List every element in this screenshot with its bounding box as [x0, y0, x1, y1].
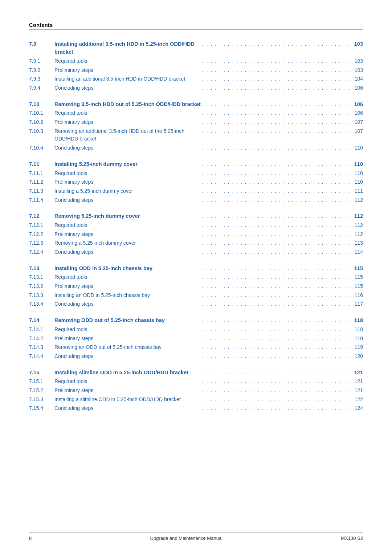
toc-sub-dots: [202, 282, 348, 290]
toc-sub-page: 110: [350, 178, 363, 186]
page: Contents 7.9Installing additional 3.5-in…: [0, 0, 392, 554]
toc-sub-dots: [202, 196, 348, 204]
toc-sub-title: Concluding steps: [54, 404, 201, 412]
toc-sub-dots: [202, 109, 348, 117]
toc-sub-page: 118: [350, 335, 363, 343]
toc-sub-dots: [202, 84, 348, 92]
toc-sub-num: 7.14.4: [29, 353, 54, 360]
toc-section-num: 7.9: [29, 40, 54, 48]
toc-sub-dots: [202, 292, 348, 300]
toc-section-title: Installing additional 3.5-inch HDD in 5.…: [54, 40, 201, 56]
toc-sub-page: 106: [350, 109, 363, 117]
toc-sub-num: 7.9.4: [29, 84, 54, 92]
toc-sub-page: 114: [350, 248, 363, 256]
toc-sub-dots: [202, 300, 348, 308]
toc-section-title: Removing ODD out of 5.25-inch chassis ba…: [54, 316, 201, 324]
toc-sub-row: 7.13.2Preliminary steps115: [29, 282, 363, 290]
toc-sub-page: 111: [350, 187, 363, 195]
toc-sub-num: 7.12.1: [29, 221, 54, 229]
toc-sub-num: 7.11.1: [29, 170, 54, 178]
toc-section: 7.12Removing 5.25-inch dummy cover1127.1…: [29, 212, 363, 256]
toc-sub-page: 112: [350, 231, 363, 239]
toc-sub-num: 7.11.3: [29, 187, 54, 195]
toc-sub-row: 7.10.3Removing an additional 3.5-inch HD…: [29, 127, 363, 143]
toc-sub-title: Preliminary steps: [54, 387, 201, 395]
toc-sub-num: 7.15.3: [29, 396, 54, 404]
toc-sub-title: Preliminary steps: [54, 231, 201, 239]
toc-sub-dots: [202, 396, 348, 404]
toc-sub-row: 7.15.2Preliminary steps121: [29, 387, 363, 395]
toc-sub-page: 112: [350, 221, 363, 229]
toc-sub-title: Preliminary steps: [54, 66, 201, 74]
toc-sub-title: Required tools: [54, 57, 201, 65]
toc-sub-row: 7.9.2Preliminary steps103: [29, 66, 363, 74]
toc-sub-row: 7.13.4Concluding steps117: [29, 300, 363, 308]
toc-sub-dots: [202, 57, 348, 65]
toc-sub-num: 7.15.2: [29, 387, 54, 395]
toc-sub-num: 7.13.4: [29, 300, 54, 308]
toc-sub-row: 7.10.1Required tools106: [29, 109, 363, 117]
header-divider: [29, 29, 363, 30]
toc-sub-title: Required tools: [54, 109, 201, 117]
toc-sub-row: 7.12.2Preliminary steps112: [29, 231, 363, 239]
toc-sub-title: Concluding steps: [54, 353, 201, 360]
toc-section-page: 112: [350, 212, 363, 220]
toc-sub-title: Concluding steps: [54, 84, 201, 92]
toc-sub-title: Concluding steps: [54, 300, 201, 308]
toc-sub-num: 7.11.2: [29, 178, 54, 186]
toc-main-row: 7.15Installing slimline ODD in 5.25-inch…: [29, 368, 363, 377]
toc-sub-num: 7.9.1: [29, 57, 54, 65]
toc-sub-row: 7.13.3Installing an ODD in 5.25-inch cha…: [29, 292, 363, 300]
toc-sub-page: 103: [350, 66, 363, 74]
toc-sub-row: 7.12.1Required tools112: [29, 221, 363, 229]
footer-title: Upgrade and Maintenance Manual: [150, 535, 222, 541]
toc-sub-title: Required tools: [54, 221, 201, 229]
toc-sub-title: Preliminary steps: [54, 118, 201, 126]
toc-main-row: 7.13Installing ODD in 5.25-inch chassis …: [29, 264, 363, 273]
toc-main-row: 7.14Removing ODD out of 5.25-inch chassi…: [29, 316, 363, 325]
toc-sub-row: 7.15.1Required tools121: [29, 378, 363, 386]
toc-sub-num: 7.10.2: [29, 118, 54, 126]
toc-section-title: Installing slimline ODD in 5.25-inch ODD…: [54, 368, 201, 376]
toc-sub-row: 7.9.4Concluding steps106: [29, 84, 363, 92]
toc-sub-dots: [202, 187, 348, 195]
toc-section-page: 106: [350, 100, 363, 108]
toc-sub-page: 103: [350, 57, 363, 65]
toc-sub-row: 7.10.4Concluding steps110: [29, 144, 363, 152]
toc-sub-title: Installing an ODD in 5.25-inch chassis b…: [54, 292, 201, 300]
toc-sub-num: 7.15.1: [29, 378, 54, 386]
toc-sub-page: 110: [350, 170, 363, 178]
toc-main-row: 7.12Removing 5.25-inch dummy cover112: [29, 212, 363, 220]
toc-section-num: 7.13: [29, 264, 54, 272]
footer-page: 8: [29, 535, 32, 541]
toc-sub-dots: [202, 239, 348, 247]
toc-sub-row: 7.13.1Required tools115: [29, 273, 363, 281]
toc-sub-page: 122: [350, 396, 363, 404]
toc-sub-row: 7.15.3Installing a slimline ODD in 5.25-…: [29, 396, 363, 404]
toc-sub-row: 7.12.3Removing a 5.25-inch dummy cover11…: [29, 239, 363, 247]
toc-sub-row: 7.11.1Required tools110: [29, 170, 363, 178]
toc-sub-dots: [202, 231, 348, 239]
toc-sub-num: 7.14.2: [29, 335, 54, 343]
toc-section-num: 7.12: [29, 212, 54, 220]
toc-section: 7.9Installing additional 3.5-inch HDD in…: [29, 40, 363, 92]
toc-main-row: 7.11Installing 5.25-inch dummy cover110: [29, 160, 363, 168]
toc-sub-num: 7.12.3: [29, 239, 54, 247]
toc-sub-dots: [202, 335, 348, 343]
toc-sub-page: 124: [350, 404, 363, 412]
toc-sub-title: Removing an additional 3.5-inch HDD out …: [54, 127, 201, 143]
toc-container: 7.9Installing additional 3.5-inch HDD in…: [29, 40, 363, 412]
toc-sub-num: 7.10.4: [29, 144, 54, 152]
toc-section: 7.10Removing 3.5-inch HDD out of 5.25-in…: [29, 100, 363, 152]
toc-sub-title: Installing an additional 3.5-inch HDD in…: [54, 75, 201, 83]
toc-sub-dots: [202, 75, 348, 83]
toc-section-title: Installing 5.25-inch dummy cover: [54, 160, 201, 168]
toc-dots: [202, 40, 348, 48]
toc-sub-row: 7.11.2Preliminary steps110: [29, 178, 363, 186]
toc-sub-row: 7.12.4Concluding steps114: [29, 248, 363, 256]
toc-section: 7.13Installing ODD in 5.25-inch chassis …: [29, 264, 363, 308]
toc-sub-row: 7.11.3Installing a 5.25-inch dummy cover…: [29, 187, 363, 195]
toc-sub-title: Installing a slimline ODD in 5.25-inch O…: [54, 396, 201, 404]
toc-sub-row: 7.14.4Concluding steps120: [29, 353, 363, 360]
toc-sub-title: Required tools: [54, 273, 201, 281]
